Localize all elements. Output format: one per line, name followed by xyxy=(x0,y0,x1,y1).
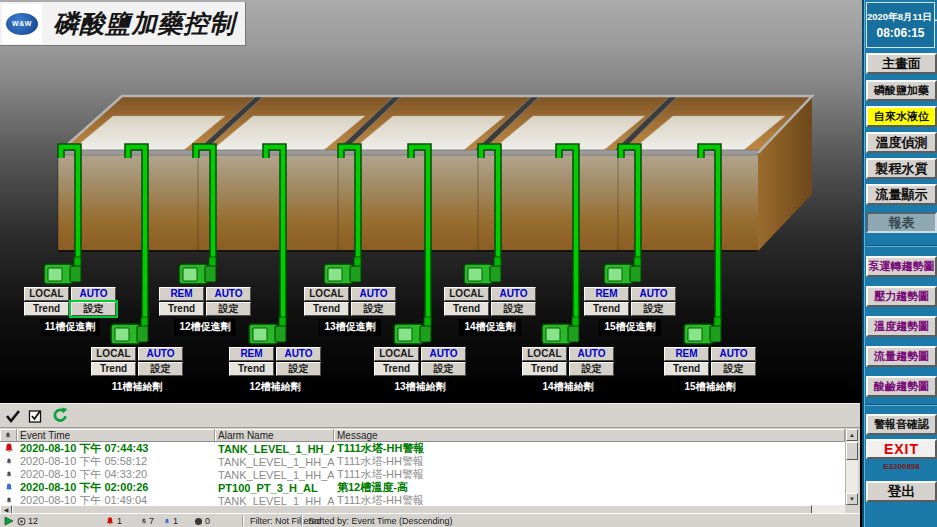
sidebar-item-main-screen[interactable]: 主畫面 xyxy=(866,53,937,74)
message-column-header[interactable]: Message xyxy=(334,429,845,441)
scada-screen: W&W 磷酸鹽加藥控制 LOCAL AUTO Trend 設定 11槽促進劑 R… xyxy=(0,0,937,527)
alarm-list: Event Time Alarm Name Message 2020-08-10… xyxy=(0,429,845,505)
auto-button[interactable]: AUTO xyxy=(569,347,614,361)
logo-oval: W&W xyxy=(6,13,38,35)
trend-button[interactable]: Trend xyxy=(159,302,204,316)
mode-button[interactable]: LOCAL xyxy=(444,287,489,301)
pump-label: 14槽促進劑 xyxy=(459,319,520,336)
tank-graphic xyxy=(58,96,812,251)
time-text: 08:06:15 xyxy=(867,26,934,40)
trend-button[interactable]: Trend xyxy=(374,362,419,376)
pump-cluster: LOCAL AUTO Trend 設定 11槽補給劑 xyxy=(91,347,183,396)
mode-button[interactable]: REM xyxy=(229,347,274,361)
set-button[interactable]: 設定 xyxy=(569,362,614,376)
trend-button[interactable]: Trend xyxy=(584,302,629,316)
sidebar-item-flow-trend[interactable]: 流量趨勢圖 xyxy=(866,346,937,367)
auto-button[interactable]: AUTO xyxy=(71,287,116,301)
pump-icon xyxy=(684,317,721,344)
scroll-up-button[interactable]: ▲ xyxy=(846,429,858,441)
set-button[interactable]: 設定 xyxy=(421,362,466,376)
auto-button[interactable]: AUTO xyxy=(421,347,466,361)
sidebar-item-pump-run-trend[interactable]: 泵運轉趨勢圖 xyxy=(866,256,937,277)
circle-dark-icon xyxy=(194,517,203,526)
event-time-column-header[interactable]: Event Time xyxy=(17,429,215,441)
sidebar-item-ph-trend[interactable]: 酸鹼趨勢圖 xyxy=(866,376,937,397)
pump-icon xyxy=(542,317,579,344)
auto-button[interactable]: AUTO xyxy=(276,347,321,361)
company-logo: W&W xyxy=(2,4,42,44)
sidebar-item-pressure-trend[interactable]: 壓力趨勢圖 xyxy=(866,286,937,307)
sidebar-item-tap-water-level[interactable]: 自來水液位 xyxy=(866,106,937,127)
sidebar-item-flow-display[interactable]: 流量顯示 xyxy=(866,184,937,205)
vertical-scrollbar[interactable]: ▲ ▼ xyxy=(845,429,858,505)
auto-button[interactable]: AUTO xyxy=(138,347,183,361)
mode-button[interactable]: REM xyxy=(584,287,629,301)
sidebar-item-temperature-trend[interactable]: 溫度趨勢圖 xyxy=(866,316,937,337)
date-text: 2020年8月11日 上午 xyxy=(867,11,934,24)
trend-button[interactable]: Trend xyxy=(664,362,709,376)
logout-button[interactable]: 登出 xyxy=(866,481,937,502)
acked-alarm-counter: 7 xyxy=(141,515,154,527)
set-button[interactable]: 設定 xyxy=(491,302,536,316)
mode-button[interactable]: LOCAL xyxy=(24,287,69,301)
alarm-name-column-header[interactable]: Alarm Name xyxy=(215,429,334,441)
trend-button[interactable]: Trend xyxy=(522,362,567,376)
pump-label: 15槽促進劑 xyxy=(599,319,660,336)
pump-cluster: REM AUTO Trend 設定 15槽補給劑 xyxy=(664,347,756,396)
pump-icon xyxy=(324,257,361,284)
auto-button[interactable]: AUTO xyxy=(491,287,536,301)
auto-button[interactable]: AUTO xyxy=(351,287,396,301)
scroll-down-button[interactable]: ▼ xyxy=(846,493,858,505)
alarm-name-cell: TANK_LEVEL_1_HH_AL xyxy=(215,495,334,506)
auto-button[interactable]: AUTO xyxy=(631,287,676,301)
sidebar-item-temperature-detect[interactable]: 溫度偵測 xyxy=(866,132,937,153)
pump-icon xyxy=(111,317,148,344)
bell-icon xyxy=(164,518,170,524)
message-cell: T111水塔-HH警報 xyxy=(334,493,845,505)
sort-status: Sorted by: Event Time (Descending) xyxy=(308,515,453,527)
trend-button[interactable]: Trend xyxy=(229,362,274,376)
pump-icon xyxy=(464,257,501,284)
alarm-panel: Event Time Alarm Name Message 2020-08-10… xyxy=(0,403,860,527)
bell-icon xyxy=(5,483,13,492)
pump-label: 12槽促進劑 xyxy=(174,319,235,336)
set-button[interactable]: 設定 xyxy=(351,302,396,316)
severity-column-header[interactable] xyxy=(0,429,17,441)
pump-cluster: REM AUTO Trend 設定 12槽促進劑 xyxy=(159,287,251,336)
sidebar-item-report[interactable]: 報表 xyxy=(866,212,937,233)
set-button[interactable]: 設定 xyxy=(71,302,116,316)
alarm-sound-ack-button[interactable]: 警報音確認 xyxy=(866,414,937,435)
sidebar-item-phosphate-dosing[interactable]: 磷酸鹽加藥 xyxy=(866,80,937,101)
pump-cluster: LOCAL AUTO Trend 設定 14槽促進劑 xyxy=(444,287,536,336)
pump-icon xyxy=(249,317,286,344)
ack-all-checkbox-icon[interactable] xyxy=(27,407,45,425)
mode-button[interactable]: REM xyxy=(664,347,709,361)
mode-button[interactable]: LOCAL xyxy=(522,347,567,361)
set-button[interactable]: 設定 xyxy=(138,362,183,376)
set-button[interactable]: 設定 xyxy=(631,302,676,316)
trend-button[interactable]: Trend xyxy=(304,302,349,316)
trend-button[interactable]: Trend xyxy=(24,302,69,316)
sidebar-item-process-water-quality[interactable]: 製程水質 xyxy=(866,158,937,179)
mode-button[interactable]: LOCAL xyxy=(374,347,419,361)
set-button[interactable]: 設定 xyxy=(711,362,756,376)
set-button[interactable]: 設定 xyxy=(276,362,321,376)
trend-button[interactable]: Trend xyxy=(91,362,136,376)
ack-check-icon[interactable] xyxy=(4,407,22,425)
mode-button[interactable]: REM xyxy=(159,287,204,301)
bell-icon xyxy=(6,497,12,504)
suppressed-alarm-counter: 0 xyxy=(194,515,210,527)
mode-button[interactable]: LOCAL xyxy=(91,347,136,361)
exit-button[interactable]: EXIT xyxy=(866,439,937,459)
divider xyxy=(866,404,937,406)
auto-button[interactable]: AUTO xyxy=(711,347,756,361)
alarm-row[interactable]: 2020-08-10 下午 01:49:04 TANK_LEVEL_1_HH_A… xyxy=(0,494,845,505)
datetime-display: 2020年8月11日 上午 08:06:15 xyxy=(866,2,935,48)
pump-cluster: LOCAL AUTO Trend 設定 13槽補給劑 xyxy=(374,347,466,396)
mode-button[interactable]: LOCAL xyxy=(304,287,349,301)
trend-button[interactable]: Trend xyxy=(444,302,489,316)
auto-button[interactable]: AUTO xyxy=(206,287,251,301)
refresh-icon[interactable] xyxy=(50,407,68,425)
set-button[interactable]: 設定 xyxy=(206,302,251,316)
scroll-thumb[interactable] xyxy=(846,442,858,460)
